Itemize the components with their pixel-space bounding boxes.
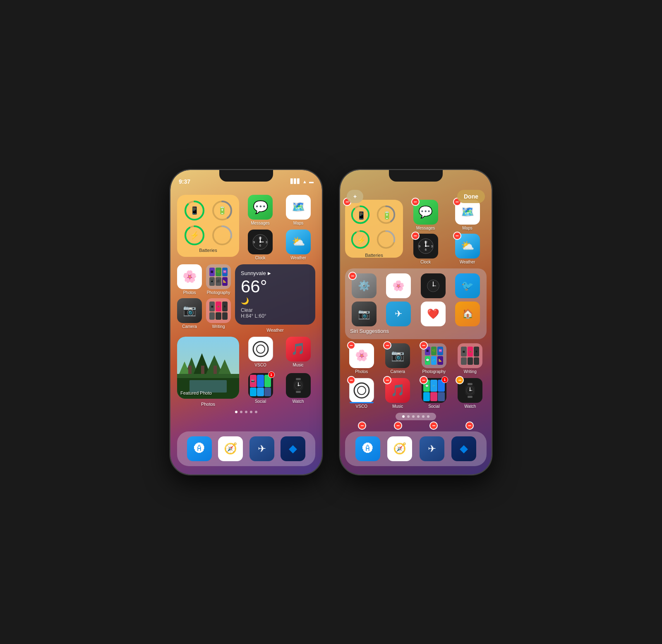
siri-camera[interactable]: 📷	[348, 302, 380, 326]
right-weather-label: Weather	[460, 260, 475, 264]
right-dock-safari[interactable]: 🧭	[387, 436, 412, 461]
dock-appstore-delete[interactable]: −	[358, 421, 366, 430]
app-social[interactable]: 📷 1 Social	[243, 373, 278, 407]
weather-label: Weather	[235, 328, 315, 333]
app-photography-folder[interactable]: ▦ 🌿 ♾️ 📱 ⬛ 📐 Photography	[206, 264, 231, 295]
app-camera[interactable]: 📷 Camera	[177, 298, 202, 329]
right-photos-delete[interactable]: −	[347, 341, 355, 350]
dock-dropbox[interactable]: ◆	[281, 436, 305, 461]
dot-4	[250, 411, 252, 413]
app-vsco[interactable]: VSCO	[243, 337, 278, 370]
svg-text:9: 9	[253, 241, 255, 244]
right-social-badge: 1	[441, 376, 448, 383]
app-messages-label: Messages	[251, 221, 270, 225]
right-camera-label: Camera	[390, 369, 405, 374]
right-vsco-label: VSCO	[356, 404, 367, 409]
siri-health[interactable]: ❤️	[417, 302, 449, 326]
right-music-delete[interactable]: −	[383, 376, 391, 384]
right-messages-label: Messages	[416, 226, 435, 230]
weather-widget[interactable]: Sunnyvale ▶ 66° 🌙 Clear H:84° L:60°	[235, 264, 315, 325]
app-writing-folder[interactable]: ▦ 🦋 B Writing	[206, 298, 231, 329]
app-maps[interactable]: 🗺️ Maps	[286, 195, 311, 225]
dock-safari[interactable]: 🧭	[218, 436, 243, 461]
siri-suggestions-label: Siri Suggestions	[350, 328, 483, 334]
featured-photo-widget[interactable]: Featured Photo	[177, 337, 239, 399]
signal-icon: ▋▋▋	[290, 179, 300, 184]
svg-rect-32	[296, 378, 301, 380]
right-music-label: Music	[392, 404, 403, 409]
siri-home[interactable]: 🏠	[452, 302, 484, 326]
dock-appstore[interactable]: 🅐	[187, 436, 212, 461]
siri-delete[interactable]: −	[348, 272, 357, 280]
right-weather-delete[interactable]: −	[453, 232, 461, 240]
svg-point-62	[432, 285, 434, 286]
dock-safari-delete[interactable]: −	[394, 421, 402, 430]
right-watch-delete[interactable]: −	[456, 376, 464, 384]
svg-text:6: 6	[259, 244, 261, 247]
right-camera-delete[interactable]: −	[383, 341, 391, 350]
svg-point-56	[425, 245, 427, 247]
svg-rect-29	[213, 366, 217, 374]
svg-text:3: 3	[431, 245, 433, 248]
right-photos-label: Photos	[355, 369, 368, 374]
right-social-label: Social	[428, 404, 439, 409]
right-app-writing[interactable]: ▦ 🦋 B Writing	[458, 343, 482, 374]
app-social-label: Social	[255, 399, 266, 404]
svg-text:6: 6	[425, 248, 427, 251]
dot-1	[235, 411, 237, 413]
dot-3	[245, 411, 247, 413]
batteries-label: Batteries	[182, 248, 234, 253]
weather-temp: 66°	[241, 278, 309, 295]
right-dock-spark[interactable]: ✈	[420, 436, 444, 461]
app-weather[interactable]: ⛅ Weather	[286, 230, 311, 260]
battery-icon: ▬	[309, 179, 314, 184]
app-clock[interactable]: 12 6 9 3 Clock	[248, 230, 273, 260]
dock-spark[interactable]: ✈	[249, 436, 274, 461]
right-watch-label: Watch	[464, 404, 476, 409]
right-social-delete[interactable]: −	[420, 376, 428, 384]
right-photography-delete[interactable]: −	[420, 341, 428, 350]
app-messages[interactable]: 💬 Messages	[248, 195, 273, 225]
right-notch	[389, 170, 443, 182]
svg-point-17	[259, 241, 261, 243]
dock-spark-delete[interactable]: −	[429, 421, 438, 430]
app-music[interactable]: 🎵 Music	[281, 337, 315, 370]
dot-2	[240, 411, 242, 413]
right-dock-dropbox[interactable]: ◆	[451, 436, 476, 461]
right-clock-label: Clock	[420, 260, 431, 264]
notch	[219, 170, 273, 182]
right-clock-delete[interactable]: −	[411, 232, 420, 240]
weather-city: Sunnyvale ▶	[241, 270, 309, 276]
app-photography-label: Photography	[207, 290, 230, 295]
app-watch[interactable]: Watch	[281, 373, 315, 407]
battery-item-watch: ⚡	[182, 225, 206, 246]
add-widget-button[interactable]: +	[347, 190, 363, 203]
right-maps-label: Maps	[462, 226, 472, 230]
right-batteries-widget[interactable]: 📱 🔋	[345, 200, 403, 258]
siri-suggestions: ⚙️ 🌸	[345, 268, 487, 339]
right-page-dots	[396, 413, 436, 420]
right-phone: + Done −	[339, 169, 492, 475]
featured-photo-sublabel: Photos	[177, 402, 239, 407]
right-dock-appstore[interactable]: 🅐	[355, 436, 380, 461]
right-vsco-delete[interactable]: −	[347, 376, 355, 384]
social-badge: 1	[268, 371, 275, 378]
right-dock-container: − − − − 🅐 🧭	[345, 421, 487, 466]
featured-photo-label: Featured Photo	[180, 390, 212, 395]
done-button[interactable]: Done	[457, 190, 485, 203]
right-batteries-label: Batteries	[350, 253, 398, 258]
batteries-widget[interactable]: 📱 🔋	[177, 195, 239, 257]
app-weather-label: Weather	[290, 256, 306, 260]
app-vsco-label: VSCO	[254, 363, 266, 367]
dock-dropbox-delete[interactable]: −	[465, 421, 474, 430]
svg-point-38	[297, 385, 299, 386]
siri-clock-app[interactable]	[417, 273, 449, 298]
moon-icon: 🌙	[241, 297, 249, 305]
app-photos[interactable]: 🌸 Photos	[177, 264, 202, 295]
right-writing-label: Writing	[464, 369, 477, 374]
siri-telegram[interactable]: ✈	[383, 302, 415, 326]
siri-tweetbot[interactable]: 🐦	[452, 273, 484, 298]
svg-rect-66	[468, 396, 473, 398]
siri-photos[interactable]: 🌸	[383, 273, 415, 298]
svg-rect-65	[468, 383, 473, 385]
